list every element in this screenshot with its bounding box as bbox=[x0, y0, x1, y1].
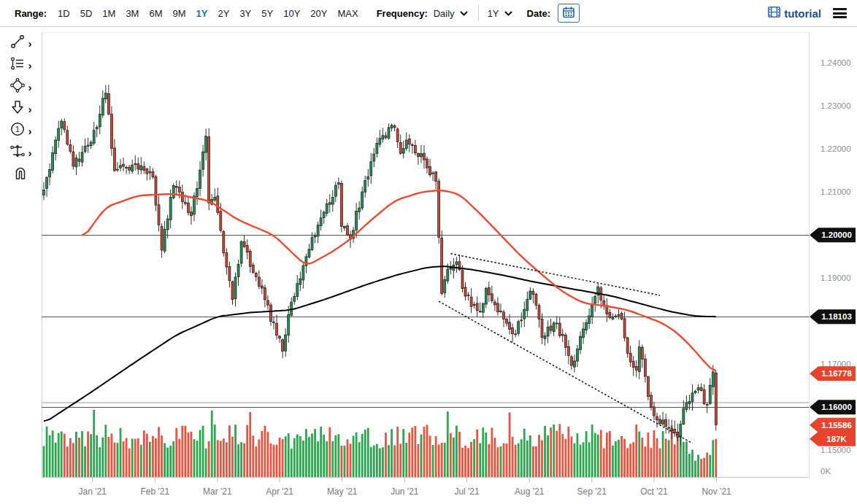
candle bbox=[444, 279, 446, 292]
candle bbox=[340, 184, 342, 227]
volume-bar bbox=[476, 430, 478, 477]
volume-bar bbox=[506, 443, 508, 477]
candle bbox=[58, 128, 60, 141]
candle bbox=[715, 373, 717, 424]
range-option-1d[interactable]: 1D bbox=[54, 7, 74, 20]
volume-bar bbox=[659, 449, 661, 477]
volume-bar bbox=[246, 425, 248, 477]
candle bbox=[273, 322, 275, 322]
candle bbox=[331, 198, 334, 205]
volume-bar bbox=[544, 426, 546, 477]
candle bbox=[499, 311, 501, 311]
volume-bar bbox=[535, 446, 537, 477]
volume-bar bbox=[276, 445, 278, 477]
volume-bar bbox=[58, 433, 60, 477]
candle bbox=[231, 282, 234, 300]
volume-bar bbox=[220, 441, 222, 477]
volume-bar bbox=[120, 428, 122, 477]
frequency-dropdown[interactable]: Daily bbox=[434, 8, 468, 19]
volume-bar bbox=[55, 443, 57, 477]
price-tag-1.18103-text: 1.18103 bbox=[821, 312, 852, 321]
hamburger-menu-icon[interactable] bbox=[833, 8, 847, 18]
candle bbox=[279, 336, 281, 338]
x-axis-month-label: Jul '21 bbox=[454, 486, 480, 497]
volume-bar bbox=[270, 443, 272, 477]
candle bbox=[564, 335, 566, 347]
range-option-5y[interactable]: 5Y bbox=[258, 7, 277, 20]
candle bbox=[379, 139, 381, 144]
candle bbox=[116, 169, 118, 170]
candle bbox=[288, 314, 290, 335]
range-option-5d[interactable]: 5D bbox=[77, 7, 96, 20]
volume-bar bbox=[299, 436, 301, 477]
range-option-3y[interactable]: 3Y bbox=[236, 7, 255, 20]
candle bbox=[184, 202, 186, 203]
candle bbox=[473, 305, 475, 306]
candle bbox=[175, 186, 177, 187]
volume-bar bbox=[450, 433, 452, 477]
candle bbox=[503, 312, 505, 319]
candle bbox=[509, 322, 511, 330]
candle bbox=[155, 177, 157, 205]
volume-bar bbox=[84, 446, 86, 477]
range-option-6m[interactable]: 6M bbox=[145, 7, 166, 20]
candle bbox=[405, 140, 407, 149]
volume-bar bbox=[541, 440, 543, 477]
candle bbox=[570, 357, 572, 365]
candle bbox=[641, 347, 643, 359]
brand-logo[interactable]: tutorial bbox=[768, 7, 821, 20]
candle bbox=[408, 139, 410, 144]
candle bbox=[414, 146, 416, 153]
volume-bar bbox=[556, 431, 558, 477]
candle bbox=[493, 302, 496, 305]
candle bbox=[496, 303, 499, 312]
volume-bar bbox=[364, 430, 366, 477]
candle bbox=[491, 294, 493, 301]
candle bbox=[120, 166, 122, 168]
volume-bar bbox=[538, 435, 540, 477]
candle bbox=[110, 115, 112, 149]
chart-canvas[interactable]: 1.240001.230001.220001.210001.200001.190… bbox=[0, 28, 857, 504]
volume-bar bbox=[344, 446, 346, 477]
range-option-9m[interactable]: 9M bbox=[169, 7, 190, 20]
volume-bar bbox=[382, 447, 384, 477]
volume-bar bbox=[662, 431, 664, 477]
volume-bar bbox=[688, 454, 691, 477]
volume-bar bbox=[155, 438, 157, 477]
date-picker-button[interactable] bbox=[558, 4, 580, 23]
volume-bar bbox=[405, 443, 407, 477]
range-option-10y[interactable]: 10Y bbox=[280, 7, 304, 20]
range-option-2y[interactable]: 2Y bbox=[214, 7, 233, 20]
range-option-3m[interactable]: 3M bbox=[122, 7, 142, 20]
volume-bar bbox=[261, 431, 263, 477]
candle bbox=[393, 125, 396, 127]
range-option-max[interactable]: MAX bbox=[334, 7, 361, 20]
volume-bar bbox=[334, 435, 337, 477]
candle bbox=[346, 226, 348, 235]
period-dropdown[interactable]: 1Y bbox=[488, 8, 512, 19]
candle bbox=[361, 192, 364, 208]
volume-bar bbox=[550, 427, 552, 477]
volume-bar bbox=[532, 446, 534, 477]
y-axis-label: 1.22000 bbox=[821, 144, 851, 153]
candle bbox=[694, 391, 696, 392]
candle bbox=[620, 314, 623, 319]
volume-bar bbox=[580, 445, 582, 477]
volume-bar bbox=[618, 440, 620, 477]
volume-bar bbox=[69, 438, 72, 477]
candle bbox=[391, 125, 393, 128]
candle bbox=[603, 301, 605, 305]
candle bbox=[64, 122, 66, 130]
volume-bar bbox=[347, 439, 349, 477]
range-option-1m[interactable]: 1M bbox=[99, 7, 119, 20]
candle bbox=[140, 166, 142, 170]
candle bbox=[143, 167, 145, 171]
candle bbox=[700, 387, 702, 390]
charting-app: Range: 1D5D1M3M6M9M1Y2Y3Y5Y10Y20YMAX Fre… bbox=[0, 0, 857, 504]
trendline-lower[interactable] bbox=[439, 301, 692, 443]
volume-bar bbox=[488, 444, 490, 477]
volume-bar bbox=[482, 427, 484, 477]
trendline-upper[interactable] bbox=[450, 254, 660, 295]
range-option-20y[interactable]: 20Y bbox=[307, 7, 331, 20]
range-option-1y[interactable]: 1Y bbox=[193, 7, 212, 20]
